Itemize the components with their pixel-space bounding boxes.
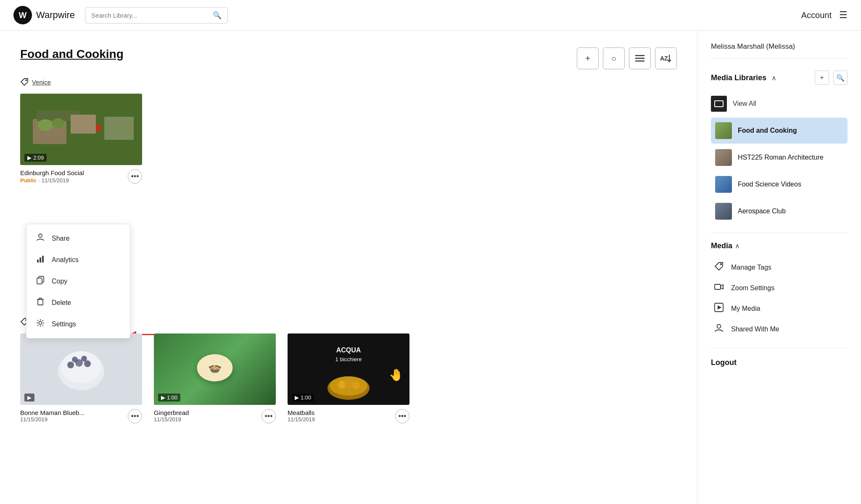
duration-edinburgh: ▶ 2:09 (24, 154, 47, 162)
search-bar[interactable]: 🔍 (85, 7, 228, 24)
sort-icon: AZ (660, 54, 672, 63)
video-meta-meatballs: Meatballs 11/15/2019 (288, 409, 395, 423)
zoom-settings-label: Zoom Settings (731, 284, 774, 292)
blueberry-scene (20, 333, 142, 405)
menu-item-copy[interactable]: Copy (26, 270, 130, 292)
svg-point-31 (81, 356, 87, 362)
logout-label[interactable]: Logout (711, 358, 848, 367)
menu-item-settings[interactable]: Settings (26, 313, 130, 335)
person-icon (36, 233, 45, 242)
aerospace-label: Aerospace Club (738, 207, 786, 215)
bowl-visual: 🍲 (197, 354, 233, 381)
video-date-bonne-maman: 11/15/2019 (20, 416, 128, 423)
more-options-meatballs[interactable]: ••• (395, 409, 409, 423)
page-title: Food and Cooking (20, 47, 124, 61)
trash-icon (36, 297, 45, 306)
svg-rect-1 (635, 58, 644, 59)
play-button-icon (714, 303, 724, 312)
share-icon (36, 233, 45, 244)
play-icon4: ▶ (295, 394, 299, 401)
video-thumb-meatballs[interactable]: ACQUA1 bicchiere 🤚 (288, 333, 409, 405)
content-area: Food and Cooking + ○ AZ (0, 31, 697, 504)
menu-item-delete[interactable]: Delete (26, 292, 130, 313)
shared-with-me-label: Shared With Me (731, 326, 779, 333)
share-label: Share (52, 235, 70, 242)
list-button[interactable] (629, 47, 651, 69)
sidebar-item-manage-tags[interactable]: Manage Tags (711, 257, 848, 278)
video-title-meatballs: Meatballs (288, 409, 395, 416)
video-thumb-edinburgh[interactable]: ▶ 2:09 (20, 94, 142, 165)
sidebar-item-food-science[interactable]: Food Science Videos (711, 171, 848, 197)
video-title-gingerbread: Gingerbread (154, 409, 261, 416)
video-row-2: ▶ Bonne Maman Blueb... 11/15/2019 ••• (20, 333, 677, 423)
more-options-edinburgh[interactable]: ••• (128, 169, 142, 184)
shared-with-me-icon (713, 323, 725, 335)
manage-tags-icon (713, 262, 725, 273)
search-icon: 🔍 (213, 11, 222, 20)
logo-name: Warpwire (36, 10, 75, 21)
video-date-meatballs: 11/15/2019 (288, 416, 395, 423)
copy-icon-svg (36, 276, 45, 284)
media-libraries-chevron-icon[interactable]: ∧ (771, 74, 776, 82)
gear-icon (36, 319, 45, 327)
tag-row-venice: Venice (20, 78, 677, 86)
logo-icon: W (13, 6, 32, 24)
view-all-row[interactable]: View All (711, 92, 848, 116)
duration-meatballs: ▶ 1:00 (292, 394, 314, 402)
aerospace-thumb (715, 203, 732, 220)
account-label[interactable]: Account (801, 10, 832, 20)
video-camera-icon (714, 282, 724, 291)
svg-point-36 (352, 382, 360, 389)
copy-icon (36, 276, 45, 286)
media-section-title: Media (711, 242, 732, 250)
sidebar: Melissa Marshall (Melissa) Media Librari… (697, 31, 861, 504)
acqua-text: ACQUA1 bicchiere (335, 346, 362, 364)
video-card-meatballs: ACQUA1 bicchiere 🤚 (288, 333, 409, 423)
hand-emoji: 🤚 (389, 368, 404, 382)
analytics-label: Analytics (52, 256, 79, 264)
svg-point-22 (39, 322, 42, 325)
video-status-edinburgh: Public · 11/15/2019 (20, 176, 128, 184)
sidebar-item-roman-architecture[interactable]: HST225 Roman Architecture (711, 144, 848, 171)
sidebar-item-zoom-settings[interactable]: Zoom Settings (711, 278, 848, 298)
my-media-label: My Media (731, 305, 760, 312)
view-all-icon (711, 96, 727, 112)
media-libraries-title: Media Libraries (711, 74, 766, 82)
video-thumb-bonne-maman[interactable]: ▶ (20, 333, 142, 405)
food-science-thumb (715, 176, 732, 193)
svg-point-41 (717, 325, 721, 328)
circle-button[interactable]: ○ (603, 47, 625, 69)
video-meta-gingerbread: Gingerbread 11/15/2019 (154, 409, 261, 423)
video-meta-bonne-maman: Bonne Maman Blueb... 11/15/2019 (20, 409, 128, 423)
menu-item-share[interactable]: Share (26, 228, 130, 249)
video-thumb-gingerbread[interactable]: 🍲 ▶ 1:00 (154, 333, 276, 405)
play-icon2: ▶ (27, 394, 32, 401)
video-card-edinburgh: ▶ 2:09 Edinburgh Food Social Public · 11… (20, 94, 142, 184)
person-icon2 (714, 323, 724, 333)
menu-item-analytics[interactable]: Analytics (26, 249, 130, 270)
roman-arch-thumb (715, 149, 732, 166)
svg-point-27 (67, 362, 74, 368)
more-options-gingerbread[interactable]: ••• (261, 409, 276, 423)
search-input[interactable] (91, 12, 213, 19)
search-library-button[interactable]: 🔍 (833, 71, 848, 85)
sort-button[interactable]: AZ (655, 47, 677, 69)
sidebar-item-food-cooking[interactable]: Food and Cooking (711, 118, 848, 144)
play-icon3: ▶ (161, 394, 165, 401)
logo-area[interactable]: W Warpwire (13, 6, 75, 24)
hamburger-menu-icon[interactable]: ☰ (839, 10, 848, 21)
tag-venice[interactable]: Venice (32, 79, 51, 86)
play-btn-bonne-maman: ▶ (24, 394, 34, 402)
svg-rect-17 (40, 257, 41, 262)
sidebar-item-shared-with-me[interactable]: Shared With Me (711, 319, 848, 339)
add-button[interactable]: + (577, 47, 599, 69)
svg-rect-16 (37, 260, 39, 262)
video-meta-edinburgh: Edinburgh Food Social Public · 11/15/201… (20, 169, 128, 184)
add-library-button[interactable]: + (815, 71, 829, 85)
bar-chart-icon (36, 255, 45, 263)
more-options-bonne-maman[interactable]: ••• (128, 409, 142, 423)
sidebar-item-my-media[interactable]: My Media (711, 298, 848, 319)
sidebar-item-aerospace[interactable]: Aerospace Club (711, 198, 848, 224)
media-chevron-icon[interactable]: ∧ (735, 242, 740, 250)
svg-point-9 (52, 118, 64, 128)
